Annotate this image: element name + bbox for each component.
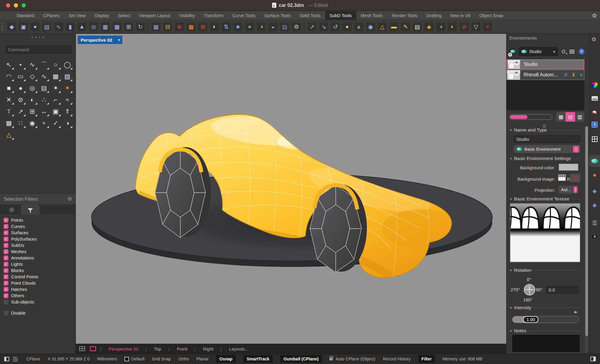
mirror-icon[interactable]: ↔ <box>38 105 50 117</box>
polyline-icon[interactable]: ∿ <box>26 59 38 70</box>
remove-image-button[interactable]: ✗ <box>570 174 580 182</box>
subd-from-mesh-icon[interactable]: ▦ <box>101 22 110 31</box>
background-image-chip[interactable] <box>558 174 566 181</box>
Solid Tools[interactable]: Solid Tools <box>295 11 325 20</box>
explode-icon[interactable]: ✶ <box>50 82 62 94</box>
Viewport Layout[interactable]: Viewport Layout <box>135 11 175 20</box>
help-icon[interactable]: ? <box>579 49 584 55</box>
panel-scrollbar[interactable] <box>585 126 588 354</box>
extract-surface-icon[interactable]: ◐ <box>210 22 219 31</box>
Osnap[interactable]: Osnap <box>216 355 236 363</box>
Transform[interactable]: Transform <box>199 11 228 20</box>
right-panel-toggle-icon[interactable] <box>590 357 596 361</box>
Studio[interactable]: Studio <box>506 59 584 70</box>
zoom-window-button[interactable] <box>22 3 26 7</box>
filter-checkbox[interactable] <box>4 230 8 235</box>
copy-subd-icon[interactable]: ↘ <box>319 22 328 31</box>
subd-cone-icon[interactable]: ▲ <box>77 22 86 31</box>
Ortho[interactable]: Ortho <box>178 357 189 361</box>
object-properties-icon[interactable]: ◈ <box>589 185 600 197</box>
subd-plane-icon[interactable]: ▤ <box>42 22 51 31</box>
cone-lamp-icon[interactable]: △ <box>3 129 15 141</box>
Render Tools[interactable]: Render Tools <box>387 11 422 20</box>
rotation-value-input[interactable] <box>546 286 578 294</box>
section-notes[interactable]: ▾ Notes <box>510 328 581 333</box>
toolbar-separator[interactable] <box>304 22 304 31</box>
move-subd-icon[interactable]: ↗ <box>308 22 316 31</box>
subd-curve-icon[interactable]: ∿ <box>54 22 63 31</box>
rectangle-icon[interactable]: ▭ <box>15 70 26 82</box>
list-view-button[interactable]: ▤ <box>566 112 575 122</box>
subd-cylinder-icon[interactable]: ▮ <box>66 22 75 31</box>
filter-checkbox[interactable] <box>4 262 8 267</box>
surface-corner-icon[interactable]: ▧ <box>62 70 73 82</box>
notes-panel-icon[interactable]: ☰ <box>589 217 600 229</box>
Standard[interactable]: Standard <box>12 11 39 20</box>
Auto CPlane (Object)[interactable]: Auto CPlane (Object) <box>329 357 375 361</box>
add-environment-icon[interactable] <box>509 48 516 55</box>
environment-library-dropdown[interactable]: Studio ▶ <box>519 47 558 56</box>
section-basic-environment-texture[interactable]: ▾ Basic Environment Texture <box>510 196 581 202</box>
detail-view-button[interactable]: ▥ <box>575 112 584 122</box>
subd-torus-icon[interactable]: ◎ <box>89 22 98 31</box>
materials-icon[interactable] <box>589 105 600 117</box>
background-color-swatch[interactable] <box>558 163 579 171</box>
thumbnail-view-button[interactable]: ▦ <box>556 112 566 122</box>
adjust-tool-icon[interactable]: ⚙ <box>292 22 301 31</box>
refresh-shade-icon[interactable]: ↻ <box>136 22 145 31</box>
insert-point-icon[interactable]: ⊕ <box>175 22 184 31</box>
shell-subd-icon[interactable]: ◒ <box>268 22 278 31</box>
menu-icon[interactable] <box>569 50 574 54</box>
volume-select-tab[interactable]: ◎ <box>2 204 21 215</box>
arc-icon[interactable]: ◠ <box>3 70 15 82</box>
subd-star-icon[interactable]: ★ <box>233 22 242 31</box>
dot-circles-icon[interactable]: ∴ <box>38 94 50 105</box>
point-cloud-icon[interactable]: ∷ <box>15 117 26 129</box>
Top[interactable]: Top <box>146 346 169 351</box>
Rhino8 Autom...[interactable]: Rhino8 Autom... ↺ ⇩ ∨ <box>506 70 584 80</box>
funnel-filter-icon[interactable]: ▽ <box>471 22 480 31</box>
pie-blue-icon[interactable]: ◑ <box>436 22 445 31</box>
Front[interactable]: Front <box>169 346 195 351</box>
close-window-button[interactable] <box>6 3 10 7</box>
color-wheel-icon[interactable] <box>589 78 600 90</box>
Memory use: 808 MB[interactable]: Memory use: 808 MB <box>442 357 482 361</box>
cplane-tool-icon[interactable]: ◆ <box>7 22 16 31</box>
polygon-icon[interactable]: ◇ <box>26 70 38 82</box>
filter-checkbox[interactable] <box>4 268 8 273</box>
subd-sphere-icon[interactable]: ● <box>31 22 40 31</box>
pie-yellow-icon[interactable]: ◐ <box>448 22 457 31</box>
crease-grid-icon[interactable]: ▨ <box>280 22 289 31</box>
search-icon[interactable] <box>562 50 566 53</box>
striped-list-icon[interactable]: ▤ <box>413 22 422 31</box>
toolbar-separator[interactable] <box>148 22 148 31</box>
disable-checkbox[interactable] <box>4 311 8 315</box>
toolbar-settings-gear-icon[interactable]: ⚙ <box>592 12 597 19</box>
edit-grid-icon[interactable]: ▩ <box>187 22 196 31</box>
split-icon[interactable]: ⊘ <box>15 94 26 105</box>
filter-checkbox[interactable] <box>4 218 8 223</box>
toolbar-drag-handle[interactable] <box>2 22 3 31</box>
curve-icon[interactable]: ⌒ <box>38 59 50 70</box>
blast-icon[interactable]: ✶ <box>62 82 73 94</box>
block-manager-icon[interactable]: ⊞ <box>26 105 38 117</box>
panel-gear-icon[interactable]: ⚙ <box>591 36 596 43</box>
display-monitor-icon[interactable] <box>589 92 600 104</box>
cube-white-icon[interactable]: ▣ <box>50 105 62 117</box>
Default[interactable]: Default <box>124 357 144 361</box>
Drafting[interactable]: Drafting <box>422 11 446 20</box>
Curve Tools[interactable]: Curve Tools <box>228 11 260 20</box>
New in V8[interactable]: New in V8 <box>446 11 475 20</box>
pointer-arrow-icon[interactable]: ↖ <box>3 59 15 70</box>
Grid Snap[interactable]: Grid Snap <box>152 357 171 361</box>
Perspective 02[interactable]: Perspective 02 <box>101 346 146 351</box>
move-vertical-icon[interactable]: ⇅ <box>222 22 231 31</box>
filter-checkbox[interactable] <box>4 274 8 279</box>
filter-checkbox[interactable] <box>4 249 8 254</box>
section-rotation[interactable]: ▾ Rotation <box>510 268 581 273</box>
environment-type-dropdown[interactable]: Basic Environment ▲▼ <box>514 145 580 153</box>
array-grid-icon[interactable]: ▦ <box>3 117 15 129</box>
delete-face-icon[interactable]: ⊠ <box>198 22 207 31</box>
surface-grid-icon[interactable]: ▦ <box>50 70 62 82</box>
selection-filters-gear-icon[interactable]: ⚙ <box>68 196 72 202</box>
